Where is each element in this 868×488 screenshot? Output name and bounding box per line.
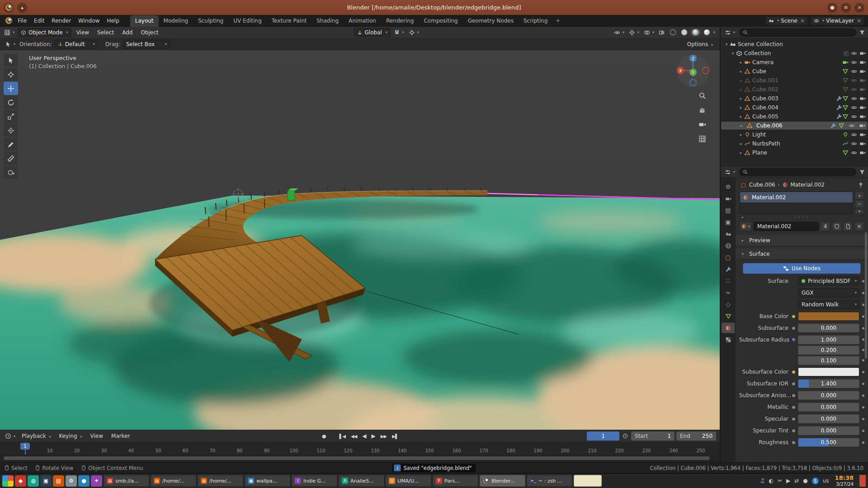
pan-hand-icon[interactable]: [698, 106, 706, 114]
subsurface-ior-slider[interactable]: 1.400: [798, 379, 859, 388]
app-logo-icon[interactable]: [4, 3, 14, 13]
active-tool-button[interactable]: ▾: [4, 41, 17, 47]
orientation-dropdown[interactable]: Default ▾: [55, 40, 98, 49]
tab-view-layer[interactable]: ▣: [722, 217, 735, 227]
subsurface-radius-z[interactable]: 0.100: [798, 356, 859, 365]
hide-eye-icon[interactable]: [851, 68, 857, 75]
menu-playback[interactable]: Playback ▾: [19, 433, 54, 439]
tab-modeling[interactable]: Modeling: [159, 15, 193, 27]
tray-shield-icon[interactable]: S: [812, 478, 819, 484]
shading-wireframe-button[interactable]: [668, 28, 678, 36]
shading-solid-button[interactable]: [679, 28, 689, 36]
tool-cursor[interactable]: [4, 68, 18, 81]
visibility-dropdown[interactable]: ▾: [613, 29, 626, 36]
menu-file[interactable]: File: [14, 15, 30, 27]
frame-end-field[interactable]: End250: [676, 432, 716, 441]
drag-dropdown[interactable]: Select Box ▾: [123, 40, 170, 49]
menu-marker[interactable]: Marker: [108, 433, 133, 439]
menu-render[interactable]: Render: [48, 15, 75, 27]
scene-selector[interactable]: ▾ Scene ×: [765, 16, 808, 25]
properties-filter-icon[interactable]: [859, 169, 865, 175]
menu-object[interactable]: Object: [137, 29, 161, 36]
render-camera-icon[interactable]: [859, 113, 866, 120]
tab-constraints[interactable]: ◇: [722, 299, 735, 310]
breadcrumb-object[interactable]: Cube.006: [749, 182, 775, 188]
subsurface-color-swatch[interactable]: [798, 367, 859, 376]
snap-toggle[interactable]: ▾: [392, 29, 406, 36]
taskbar-window-home-1[interactable]: ▤/home/...: [151, 475, 196, 487]
hide-eye-icon[interactable]: [851, 77, 857, 84]
menu-window[interactable]: Window: [75, 15, 103, 27]
render-camera-icon[interactable]: [859, 59, 866, 66]
outliner-row-scene-collection[interactable]: ▾ Scene Collection: [721, 40, 868, 49]
launcher-icon-6[interactable]: ●: [78, 475, 90, 487]
prev-keyframe-button[interactable]: ◀◀: [349, 434, 359, 439]
outliner-row-cube006-active[interactable]: ▸ Cube.006: [721, 121, 868, 130]
tab-output[interactable]: ▤: [722, 205, 735, 216]
tool-add-cube[interactable]: [4, 166, 18, 179]
taskbar-window-wallpaper[interactable]: ▦wallpa...: [245, 475, 290, 487]
render-camera-icon[interactable]: [859, 95, 866, 102]
use-preview-range-toggle[interactable]: [621, 433, 629, 439]
launcher-icon-5[interactable]: ⚙: [66, 475, 77, 487]
fake-user-shield-button[interactable]: [832, 222, 841, 231]
render-camera-icon[interactable]: [859, 77, 866, 84]
launcher-icon-1[interactable]: ◆: [15, 475, 26, 487]
window-shade-button[interactable]: ●: [827, 3, 837, 13]
tab-shading[interactable]: Shading: [311, 15, 344, 27]
outliner-editor-type-button[interactable]: ▾: [723, 29, 736, 36]
subsurface-field[interactable]: 0.000: [798, 324, 859, 333]
tool-annotate[interactable]: [4, 138, 18, 151]
tab-sculpting[interactable]: Sculpting: [193, 15, 228, 27]
camera-view-icon[interactable]: [698, 121, 706, 128]
tab-scripting[interactable]: Scripting: [519, 15, 552, 27]
material-slot-row[interactable]: Material.002: [740, 192, 853, 202]
render-camera-icon[interactable]: [859, 141, 866, 147]
window-menu-button[interactable]: ≡: [841, 3, 851, 13]
metallic-field[interactable]: 0.000: [798, 403, 859, 412]
subsurface-aniso-field[interactable]: 0.000: [798, 391, 859, 400]
hide-eye-icon[interactable]: [851, 104, 857, 111]
blender-logo-icon[interactable]: [5, 17, 12, 24]
timeline-scrollbar[interactable]: [0, 455, 720, 462]
surface-shader-select[interactable]: Principled BSDF: [798, 277, 859, 286]
hide-eye-icon[interactable]: [851, 59, 857, 66]
use-nodes-button[interactable]: Use Nodes: [743, 263, 861, 274]
hide-eye-icon[interactable]: [851, 131, 857, 138]
outliner-row-cube001[interactable]: ▸ Cube.001: [721, 76, 868, 85]
hide-eye-icon[interactable]: [851, 95, 857, 102]
viewlayer-unlink-icon[interactable]: ×: [857, 18, 861, 24]
overlays-dropdown[interactable]: ▾: [642, 29, 656, 36]
tab-particles[interactable]: ∷: [722, 276, 735, 286]
play-button[interactable]: ▶: [370, 433, 377, 439]
add-workspace-button[interactable]: +: [552, 15, 563, 27]
pin-icon[interactable]: [858, 182, 864, 188]
tray-network-icon[interactable]: ⇄: [794, 478, 799, 484]
properties-editor-type-button[interactable]: ▾: [723, 169, 736, 175]
transform-orientation-dropdown[interactable]: Global▾: [354, 28, 391, 37]
render-camera-icon[interactable]: [859, 104, 866, 111]
tray-bluetooth-icon[interactable]: ●: [803, 478, 807, 484]
taskbar-window-uma[interactable]: UUMA/U...: [386, 475, 431, 487]
frame-start-field[interactable]: Start1: [631, 432, 675, 441]
outliner-row-cube002[interactable]: ▸ Cube.002: [721, 85, 868, 94]
render-camera-icon[interactable]: [859, 122, 865, 129]
outliner-row-light[interactable]: ▸ Light: [721, 130, 868, 139]
menu-add[interactable]: Add: [119, 29, 136, 36]
tab-texture[interactable]: [722, 334, 735, 345]
xray-toggle[interactable]: [657, 29, 666, 36]
gizmos-dropdown[interactable]: ▾: [627, 29, 641, 36]
tool-select-box[interactable]: [4, 54, 18, 67]
surface-panel-header[interactable]: ▾Surface: [736, 248, 868, 260]
menu-tl-view[interactable]: View: [87, 433, 106, 439]
hide-eye-icon[interactable]: [851, 150, 857, 156]
roughness-slider[interactable]: 0.500: [798, 438, 859, 447]
tool-move[interactable]: [4, 82, 18, 95]
tab-tool[interactable]: ⚙: [722, 182, 735, 192]
outliner-row-collection[interactable]: ▾ Collection ✓: [721, 49, 868, 58]
launcher-icon-7[interactable]: ✦: [91, 475, 102, 487]
launcher-icon-4[interactable]: ▤: [53, 475, 64, 487]
tab-compositing[interactable]: Compositing: [419, 15, 462, 27]
add-slot-button[interactable]: ＋: [855, 192, 864, 199]
collection-checkbox[interactable]: ✓: [844, 51, 849, 56]
